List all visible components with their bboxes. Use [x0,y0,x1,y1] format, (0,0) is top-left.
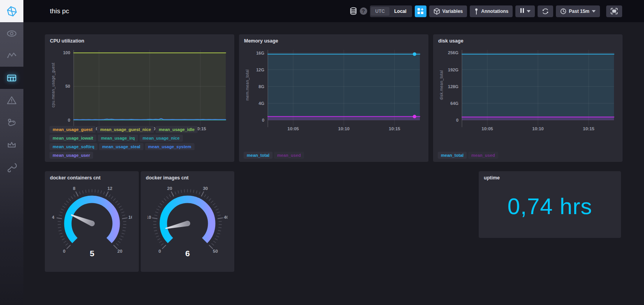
cube-icon [433,8,440,15]
annotations-button[interactable]: Annotations [470,5,513,17]
svg-text:8: 8 [73,186,75,191]
legend-item[interactable]: mean_usage_softirq [50,143,97,150]
uptime-single-stat: 0,74 hrs [479,193,621,219]
panel-docker-containers-cnt: docker containers cnt 0481216205 [45,171,139,272]
svg-text:30: 30 [203,186,208,191]
svg-text:100: 100 [63,50,70,55]
cpu-line-chart[interactable]: 05010010:0510:1010:15cpu.mean_usage_gues… [50,48,230,133]
containers-gauge-host: 0481216205 [52,183,132,264]
panel-title[interactable]: uptime [484,175,500,181]
memory-chart-host: 04G8G12G16G10:0510:1010:15mem.mean_total [244,48,424,134]
header-controls: ? UTC Local [350,5,622,17]
svg-text:10:10: 10:10 [532,126,543,131]
disk-line-chart[interactable]: 064G128G192G256G10:0510:1010:15disk.mean… [438,48,618,133]
cpu-chart-host: 05010010:0510:1010:15cpu.mean_usage_gues… [50,48,230,134]
chronograf-logo-icon[interactable] [0,0,23,22]
svg-text:192G: 192G [448,67,458,72]
svg-text:0: 0 [158,249,161,254]
chevron-down-icon [527,10,531,12]
legend-item[interactable]: mean_total [438,152,467,159]
svg-text:10:05: 10:05 [481,126,493,131]
sidebar-item-integrations[interactable] [0,111,23,133]
legend-item[interactable]: mean_usage_guest_nice [97,126,154,133]
svg-text:40: 40 [224,215,227,220]
timezone-local-option[interactable]: Local [389,7,411,16]
panel-cpu-utilization: CPU utilization 05010010:0510:1010:15cpu… [45,34,234,162]
annotations-label: Annotations [481,9,508,14]
chevron-down-icon [592,10,596,12]
legend-item[interactable]: mean_used [274,152,304,159]
svg-text:10: 10 [148,215,151,220]
svg-text:50: 50 [213,249,218,254]
legend-item[interactable]: mean_usage_idle [156,126,198,133]
presentation-mode-button[interactable] [606,5,622,17]
svg-text:10:15: 10:15 [389,126,400,131]
svg-text:20: 20 [117,249,122,254]
page-header: this pc ? UTC Local [23,0,644,22]
images-gauge-host: 010203040506 [148,183,228,264]
legend-item[interactable]: mean_usage_steal [99,143,143,150]
timezone-utc-option[interactable]: UTC [371,7,390,16]
svg-text:4: 4 [52,215,55,220]
svg-text:10:10: 10:10 [338,126,349,131]
wrench-icon [6,161,17,172]
gauge-value: 6 [185,249,190,258]
pause-refresh-dropdown[interactable] [515,5,535,17]
time-range-dropdown[interactable]: Past 15m [556,5,600,17]
panel-title[interactable]: disk usage [438,38,464,44]
svg-text:disk.mean_total: disk.mean_total [439,70,444,100]
svg-text:0: 0 [456,118,458,122]
sidebar-item-configuration[interactable] [0,156,23,178]
fullscreen-icon [610,8,618,14]
variables-button[interactable]: Variables [429,5,467,17]
sidebar-item-dashboards[interactable] [0,67,23,89]
svg-text:16: 16 [128,215,132,220]
legend-item[interactable]: mean_used [468,152,498,159]
sidebar [0,0,23,305]
legend-item[interactable]: mean_usage_system [145,143,195,150]
add-cell-button[interactable] [415,5,426,17]
pause-icon [520,8,524,14]
svg-text:8G: 8G [258,84,264,89]
help-icon[interactable]: ? [360,7,367,15]
refresh-icon [542,8,549,15]
dashboard-title[interactable]: this pc [50,7,69,15]
legend-item[interactable]: mean_usage_guest [50,126,96,133]
legend-item[interactable]: mean_usage_iowait [50,135,96,142]
panel-docker-images-cnt: docker images cnt 010203040506 [141,171,234,272]
chronograf-logo-glyph [6,5,18,17]
svg-text:50: 50 [65,84,70,89]
timezone-toggle[interactable]: UTC Local [370,5,412,17]
legend-item[interactable]: mean_usage_nice [140,135,183,142]
legend-item[interactable]: mean_total [244,152,272,159]
clock-icon [560,8,566,14]
svg-text:12G: 12G [256,67,264,72]
panel-title[interactable]: docker containers cnt [50,175,101,181]
refresh-button[interactable] [538,5,553,17]
svg-text:4G: 4G [258,101,264,106]
panel-title[interactable]: docker images cnt [146,175,189,181]
source-indicator-icon[interactable] [350,7,357,15]
sidebar-item-admin[interactable] [0,133,23,156]
svg-text:64G: 64G [450,101,458,106]
disk-chart-host: 064G128G192G256G10:0510:1010:15disk.mean… [438,48,618,134]
panel-title[interactable]: CPU utilization [50,38,84,44]
sidebar-item-data-explorer[interactable] [0,44,23,67]
sidebar-item-alerting[interactable] [0,89,23,111]
sidebar-item-hosts[interactable] [0,22,23,44]
containers-gauge: 0481216205 [52,183,132,263]
legend-item[interactable]: mean_usage_user [50,152,93,159]
panel-title[interactable]: Memory usage [244,38,278,44]
svg-text:10:05: 10:05 [287,126,299,131]
legend-item[interactable]: mean_usage_irq [98,135,138,142]
pulse-graph-icon [6,50,17,61]
memory-line-chart[interactable]: 04G8G12G16G10:0510:1010:15mem.mean_total [244,48,424,133]
gauge-value: 5 [90,249,94,258]
svg-text:256G: 256G [448,50,458,55]
images-gauge: 010203040506 [148,183,228,263]
svg-text:0: 0 [68,118,70,122]
integrations-icon [6,117,17,128]
annotation-pin-icon [474,8,479,15]
gauge-needle [70,212,95,227]
time-range-label: Past 15m [569,9,589,14]
